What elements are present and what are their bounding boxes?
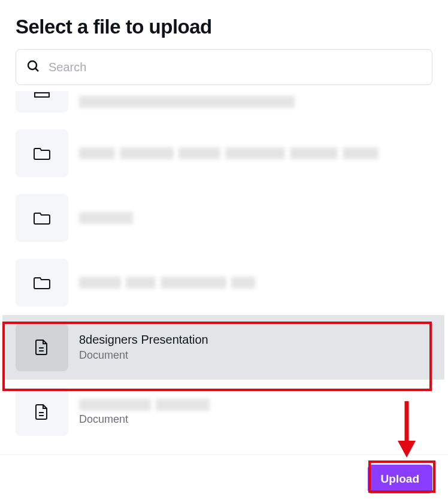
modal-title: Select a file to upload <box>0 0 448 49</box>
file-upload-modal: Select a file to upload <box>0 0 448 503</box>
file-name-label: 8designers Presentation <box>79 333 208 347</box>
list-item[interactable] <box>16 186 446 250</box>
search-container <box>0 49 448 91</box>
search-input[interactable] <box>49 60 422 74</box>
list-item[interactable] <box>16 250 446 315</box>
file-list[interactable]: 8designers Presentation Document Docum <box>0 91 448 449</box>
document-icon <box>16 388 68 436</box>
list-item-selected[interactable]: 8designers Presentation Document <box>2 315 444 380</box>
svg-line-1 <box>35 68 38 71</box>
list-item[interactable]: Document <box>16 380 446 444</box>
folder-icon <box>16 91 68 113</box>
search-icon <box>26 59 40 75</box>
modal-footer: Upload <box>0 454 448 503</box>
file-type-label: Document <box>79 413 210 426</box>
folder-icon <box>16 194 68 242</box>
list-item[interactable] <box>16 121 446 186</box>
folder-icon <box>16 129 68 177</box>
svg-point-0 <box>28 61 37 69</box>
folder-icon <box>16 259 68 307</box>
document-icon <box>16 323 68 371</box>
file-type-label: Document <box>79 349 208 362</box>
search-box[interactable] <box>16 49 432 85</box>
list-item[interactable] <box>16 91 446 121</box>
upload-button[interactable]: Upload <box>368 465 432 493</box>
